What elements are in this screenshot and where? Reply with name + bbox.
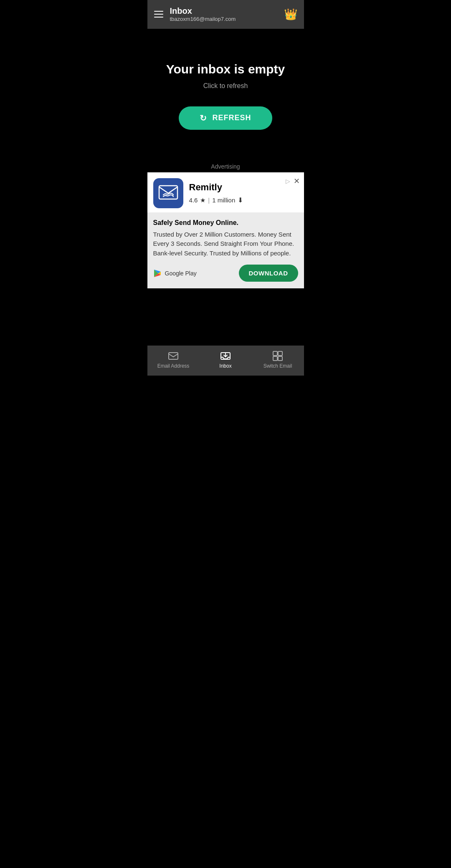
svg-rect-10 — [278, 356, 282, 361]
svg-rect-8 — [278, 351, 282, 356]
nav-email-address-label: Email Address — [157, 363, 190, 369]
nav-item-switch-email[interactable]: Switch Email — [252, 351, 304, 369]
header-title: Inbox tbazoxm166@mailop7.com — [170, 6, 236, 23]
ad-info: Remitly 4.6 ★ | 1 million ⬇ — [189, 182, 298, 204]
ad-rating-value: 4.6 — [189, 197, 198, 204]
svg-rect-9 — [273, 356, 277, 361]
nav-inbox-label: Inbox — [219, 363, 231, 369]
google-play-icon — [153, 269, 162, 278]
inbox-empty-subtitle: Click to refresh — [203, 82, 248, 90]
email-address-icon — [168, 351, 179, 361]
bottom-nav: Email Address Inbox Switch Email — [147, 346, 304, 376]
main-content: Your inbox is empty Click to refresh ↻ R… — [147, 29, 304, 346]
ad-close-icon[interactable]: ✕ — [294, 177, 300, 186]
refresh-icon: ↻ — [200, 113, 207, 123]
remitly-logo-icon — [157, 182, 179, 204]
svg-rect-5 — [169, 353, 178, 359]
ad-body-text: Trusted by Over 2 Million Customers. Mon… — [153, 230, 298, 258]
ad-name: Remitly — [189, 182, 298, 193]
ad-actions: ▷ ✕ — [286, 177, 300, 186]
google-play-label: Google Play — [165, 270, 197, 277]
ad-play-icon: ▷ — [286, 178, 290, 184]
switch-email-icon — [272, 351, 283, 361]
ad-header: Remitly 4.6 ★ | 1 million ⬇ ▷ ✕ — [147, 172, 304, 212]
ad-downloads: 1 million — [212, 197, 235, 204]
advertising-section: Advertising Remitly — [147, 163, 304, 289]
inbox-empty-title: Your inbox is empty — [166, 62, 285, 76]
page-title: Inbox — [170, 6, 236, 16]
ad-rating: 4.6 ★ | 1 million ⬇ — [189, 196, 298, 204]
nav-switch-email-label: Switch Email — [264, 363, 292, 369]
header-email: tbazoxm166@mailop7.com — [170, 16, 236, 23]
menu-icon[interactable] — [154, 11, 163, 18]
svg-rect-7 — [273, 351, 277, 356]
advertising-label: Advertising — [211, 163, 240, 170]
google-play-badge: Google Play — [153, 269, 197, 278]
ad-footer: Google Play DOWNLOAD — [153, 265, 298, 282]
refresh-label: REFRESH — [212, 114, 251, 122]
download-count-icon: ⬇ — [238, 196, 243, 204]
refresh-button[interactable]: ↻ REFRESH — [179, 106, 272, 130]
download-button[interactable]: DOWNLOAD — [239, 265, 298, 282]
header: Inbox tbazoxm166@mailop7.com 👑 — [147, 0, 304, 29]
nav-item-email-address[interactable]: Email Address — [147, 351, 200, 369]
inbox-icon — [220, 351, 231, 361]
header-left: Inbox tbazoxm166@mailop7.com — [154, 6, 236, 23]
nav-item-inbox[interactable]: Inbox — [200, 351, 252, 369]
ad-logo — [153, 178, 183, 208]
svg-rect-0 — [159, 186, 177, 199]
ad-body-title: Safely Send Money Online. — [153, 219, 298, 227]
star-icon: ★ — [200, 197, 205, 204]
premium-icon[interactable]: 👑 — [284, 8, 297, 21]
ad-body: Safely Send Money Online. Trusted by Ove… — [147, 212, 304, 289]
ad-card: Remitly 4.6 ★ | 1 million ⬇ ▷ ✕ Safely S… — [147, 172, 304, 289]
